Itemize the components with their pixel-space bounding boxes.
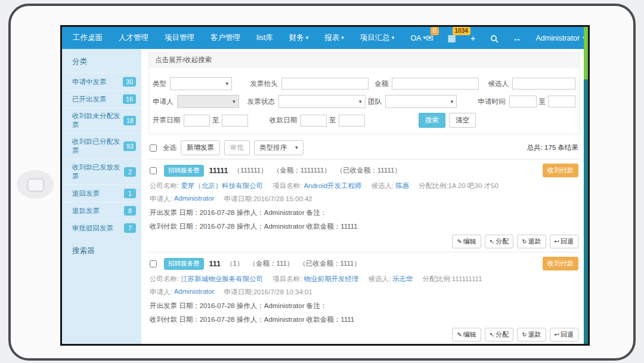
count-badge: 8 (124, 206, 136, 216)
invoice-type-tag: 招聘服务费 (164, 258, 204, 270)
refund-button[interactable]: ↻退款 (517, 235, 546, 248)
search-icon[interactable] (490, 33, 499, 42)
status-badge: 收到付款 (543, 164, 578, 177)
sidebar-title: 分类 (62, 49, 141, 73)
rollback-button[interactable]: ↩回退 (550, 235, 578, 248)
issue-date-from-input[interactable] (184, 115, 210, 127)
search-button[interactable]: 搜索 (419, 113, 445, 128)
payment-line: 收到付款 日期：2016-07-28 操作人：Administrator 收款金… (150, 222, 578, 231)
pencil-icon: ✎ (457, 238, 462, 245)
tablet-frame: 工作桌面 人才管理 项目管理 客户管理 list库 财务▾ 报表▾ 项目汇总▾ … (8, 4, 636, 361)
project-link[interactable]: 物业前期开发经理 (304, 275, 358, 284)
company-link[interactable]: 爱芽（北京）科技有限公司 (181, 182, 263, 190)
sidebar-item-returned[interactable]: 退回发票1 (62, 184, 141, 202)
allocate-button[interactable]: ↖分配 (485, 235, 513, 248)
candidate-link[interactable]: 乐志华 (392, 275, 413, 284)
select-all-label: 全选 (163, 143, 177, 152)
caret-down-icon: ▾ (392, 35, 395, 41)
sidebar-item-refund[interactable]: 退款发票8 (62, 202, 141, 219)
apply-time-to-input[interactable] (548, 96, 575, 107)
nav-item-finance[interactable]: 财务▾ (289, 33, 309, 43)
receive-date-to-input[interactable] (339, 115, 365, 127)
count-badge: 2 (124, 167, 136, 177)
invoice-received: （已收金额：11111） (336, 166, 401, 175)
applicant-label: 申请人: (150, 195, 172, 204)
sidebar-item-rejected[interactable]: 审批驳回发票7 (62, 219, 141, 236)
candidate-label: 候选人: (368, 275, 391, 284)
nav-item-talent[interactable]: 人才管理 (119, 33, 148, 43)
apply-date: 申请日期:2016/7/28 10:34:01 (224, 288, 312, 297)
team-select[interactable]: ▾ (385, 95, 457, 108)
applicant-link[interactable]: Administrator (174, 195, 215, 204)
nav-item-reports[interactable]: 报表▾ (324, 33, 344, 43)
swap-arrows-icon[interactable]: ↔ (513, 33, 522, 42)
receive-date-from-input[interactable] (301, 115, 327, 127)
list-toolbar: 全选 新增发票 审批 类型排序▾ 总共: 175 条结果 (150, 140, 578, 155)
new-invoice-button[interactable]: 新增发票 (181, 140, 220, 155)
issue-line: 开出发票 日期：2016-07-28 操作人：Administrator 备注： (150, 208, 578, 217)
nav-item-workdesk[interactable]: 工作桌面 (73, 33, 103, 43)
caret-down-icon: ▾ (341, 35, 344, 41)
invoice-status-label: 发票状态 (247, 97, 275, 106)
candidate-input[interactable] (512, 78, 575, 90)
invoice-amount: （金额：111） (249, 259, 293, 268)
search-panel: 点击展开/收起搜索 类型▾ 发票抬头 金额 候选人 申请人▾ 发票状态▾ 团队▾ (148, 53, 580, 134)
sidebar-item-issued[interactable]: 已开出发票16 (62, 90, 141, 107)
refund-button[interactable]: ↻退款 (517, 328, 546, 342)
sidebar-item-received-distributed[interactable]: 收到款已发放发票2 (62, 159, 141, 184)
clear-button[interactable]: 清空 (449, 113, 476, 128)
candidate-link[interactable]: 陈惠 (395, 182, 409, 190)
caret-down-icon: ▾ (306, 35, 309, 41)
applicant-select[interactable]: ▾ (177, 95, 239, 108)
issue-date-to-input[interactable] (222, 115, 248, 127)
nav-item-project-summary[interactable]: 项目汇总▾ (360, 33, 395, 43)
nav-item-customer[interactable]: 客户管理 (210, 33, 240, 43)
caret-down-icon: ▾ (295, 145, 298, 150)
candidate-label: 候选人: (371, 182, 394, 190)
search-toggle-bar[interactable]: 点击展开/收起搜索 (149, 53, 579, 67)
calculator-icon[interactable]: ▦1034 (448, 33, 456, 42)
applicant-link[interactable]: Administrator (174, 288, 215, 297)
team-label: 团队 (368, 97, 382, 106)
sort-select[interactable]: 类型排序▾ (254, 140, 304, 155)
sidebar-item-received-unallocated[interactable]: 收到款未分配发票18 (62, 107, 141, 133)
rollback-button[interactable]: ↩回退 (550, 328, 578, 342)
sidebar-item-received-allocated[interactable]: 收到款已分配发票93 (62, 133, 141, 159)
nav-item-list[interactable]: list库 (256, 33, 273, 43)
project-label: 项目名称: (273, 182, 302, 190)
allocate-button[interactable]: ↖分配 (485, 328, 513, 342)
edit-button[interactable]: ✎编辑 (452, 328, 481, 342)
apply-time-from-input[interactable] (509, 96, 537, 107)
company-label: 公司名称: (150, 182, 179, 190)
company-link[interactable]: 江苏新城物业服务有限公司 (181, 275, 263, 284)
refund-icon: ↻ (522, 238, 527, 245)
invoice-status-select[interactable]: ▾ (278, 95, 366, 108)
amount-label: 金额 (374, 79, 388, 88)
amount-input[interactable] (392, 78, 479, 90)
type-select[interactable]: ▾ (170, 77, 232, 90)
row-checkbox[interactable] (150, 167, 157, 174)
scrollbar-thumb[interactable] (584, 27, 588, 79)
approve-button[interactable]: 审批 (224, 140, 250, 155)
invoice-code: （111111） (234, 166, 268, 175)
nav-item-project[interactable]: 项目管理 (165, 33, 194, 43)
plus-icon[interactable]: + (470, 33, 476, 42)
edit-button[interactable]: ✎编辑 (452, 235, 481, 248)
select-all-checkbox[interactable] (150, 144, 157, 152)
pencil-icon: ✎ (457, 331, 462, 338)
mail-icon[interactable]: ✉0 (426, 33, 434, 42)
scrollbar[interactable] (584, 27, 588, 344)
nav-item-oa[interactable]: OA▾ (410, 34, 426, 42)
invoice-received: （已收金额：1111） (299, 259, 361, 268)
row-checkbox[interactable] (150, 260, 157, 267)
invoice-title-input[interactable] (281, 78, 369, 90)
tablet-home-button[interactable] (17, 170, 54, 199)
results-total: 总共: 175 条结果 (527, 143, 578, 152)
project-link[interactable]: Android开发工程师 (304, 182, 361, 190)
search-form: 类型▾ 发票抬头 金额 候选人 申请人▾ 发票状态▾ 团队▾ 申请时间至 (149, 67, 579, 134)
apply-date: 申请日期:2016/7/28 15:00:42 (224, 195, 312, 204)
ratio-text: 分配比例:111111111 (423, 275, 482, 284)
count-badge: 30 (123, 77, 136, 87)
sidebar-item-applying[interactable]: 申请中发票30 (62, 73, 141, 90)
user-menu[interactable]: Administrator▾ (536, 34, 586, 42)
